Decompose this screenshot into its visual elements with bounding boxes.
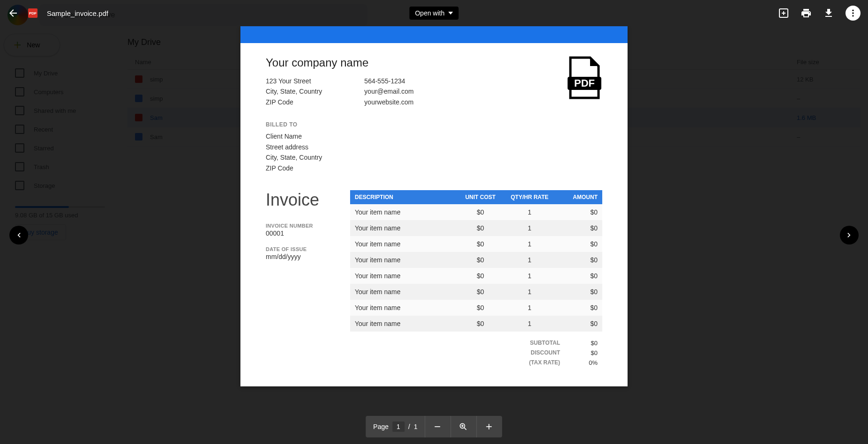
invoice-table-header: DESCRIPTION UNIT COST QTY/HR RATE AMOUNT <box>350 190 602 204</box>
page-label: Page <box>373 423 389 430</box>
invoice-row: Your item name$01$0 <box>350 316 602 332</box>
invoice-row: Your item name$01$0 <box>350 220 602 236</box>
invoice-row: Your item name$01$0 <box>350 300 602 316</box>
page-sep: / <box>408 423 410 430</box>
open-with-label: Open with <box>415 9 444 17</box>
zoom-fit-button[interactable] <box>459 422 469 431</box>
company-name: Your company name <box>266 56 414 69</box>
date-of-issue-label: DATE OF ISSUE <box>266 246 327 252</box>
page-controls: Page 1 / 1 <box>366 416 502 437</box>
pdf-file-icon: PDF <box>567 56 602 100</box>
company-contact: 564-555-1234your@email.comyourwebsite.co… <box>364 76 413 107</box>
svg-point-6 <box>852 12 853 14</box>
svg-text:PDF: PDF <box>574 77 595 89</box>
invoice-number-label: INVOICE NUMBER <box>266 223 327 229</box>
file-title: Sample_invoice.pdf <box>47 9 108 17</box>
print-button[interactable] <box>801 7 812 19</box>
date-of-issue: mm/dd/yyyy <box>266 253 327 260</box>
pdf-badge-icon: PDF <box>28 8 37 18</box>
download-button[interactable] <box>823 7 834 19</box>
chevron-down-icon <box>449 12 453 15</box>
next-file-button[interactable] <box>840 226 859 244</box>
company-address: 123 Your StreetCity, State, CountryZIP C… <box>266 76 322 107</box>
invoice-row: Your item name$01$0 <box>350 268 602 284</box>
pdf-header-bar <box>240 26 628 43</box>
svg-point-5 <box>852 10 853 11</box>
more-actions-button[interactable] <box>846 6 861 21</box>
svg-line-12 <box>464 428 467 430</box>
prev-file-button[interactable] <box>9 226 28 244</box>
invoice-row: Your item name$01$0 <box>350 252 602 268</box>
viewer-toolbar: PDF Sample_invoice.pdf Open with <box>0 0 868 26</box>
add-to-drive-button[interactable] <box>778 7 789 19</box>
svg-point-7 <box>852 15 853 16</box>
open-with-button[interactable]: Open with <box>409 7 458 20</box>
invoice-row: Your item name$01$0 <box>350 204 602 220</box>
invoice-row: Your item name$01$0 <box>350 236 602 252</box>
invoice-number: 00001 <box>266 229 327 237</box>
invoice-title: Invoice <box>266 190 327 210</box>
page-current-input[interactable]: 1 <box>392 422 404 432</box>
svg-rect-16 <box>489 424 490 429</box>
invoice-totals: SUBTOTAL$0DISCOUNT$0(TAX RATE)0% <box>350 338 602 368</box>
pdf-page: Your company name 123 Your StreetCity, S… <box>240 26 628 386</box>
billed-to-label: BILLED TO <box>266 120 602 129</box>
page-total: 1 <box>414 423 418 430</box>
invoice-row: Your item name$01$0 <box>350 284 602 300</box>
svg-rect-10 <box>435 426 441 427</box>
back-button[interactable] <box>7 7 19 19</box>
zoom-in-button[interactable] <box>485 422 495 431</box>
billed-to-block: Client NameStreet addressCity, State, Co… <box>266 131 602 173</box>
zoom-out-button[interactable] <box>433 422 443 431</box>
